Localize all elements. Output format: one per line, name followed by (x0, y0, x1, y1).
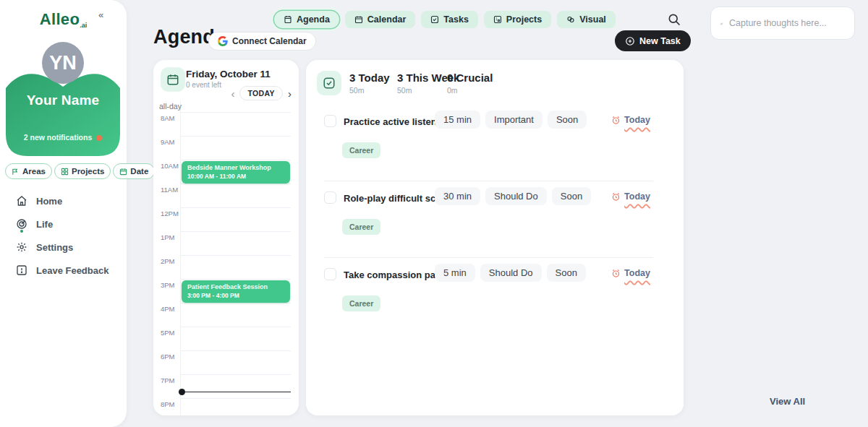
check-square-icon (323, 77, 336, 90)
tab-visual[interactable]: Visual (557, 11, 616, 28)
hour-label: 5PM (161, 329, 175, 337)
hour-label: 7PM (161, 376, 175, 384)
task-row: Practice active listening 15 min Importa… (306, 111, 684, 181)
hour-gridlines (180, 101, 291, 415)
agenda-icon (284, 15, 292, 24)
calendar-icon (354, 15, 363, 24)
task-priority-pill[interactable]: Important (485, 111, 542, 129)
hour-label: 1PM (161, 233, 175, 241)
hour-label: 9AM (161, 138, 175, 146)
task-priority-pill[interactable]: Should Do (480, 264, 542, 282)
prev-day-icon[interactable]: ‹ (231, 88, 234, 99)
stat-value: 0 Crucial (447, 72, 493, 84)
today-button[interactable]: TODAY (239, 86, 283, 100)
calendar-icon (119, 168, 127, 176)
task-when-pill[interactable]: Soon (552, 187, 591, 205)
filter-areas[interactable]: Areas (5, 163, 52, 179)
task-pills: 5 min Should Do Soon (435, 264, 586, 282)
sidebar-nav: Home Life Settings Leave Feedback (16, 189, 109, 282)
tab-tasks[interactable]: Tasks (421, 11, 478, 28)
sidebar-item-settings[interactable]: Settings (16, 236, 109, 259)
task-tag-career[interactable]: Career (342, 296, 380, 311)
task-checkbox[interactable] (324, 268, 336, 280)
projects-icon (61, 168, 69, 176)
task-when-pill[interactable]: Soon (548, 111, 587, 129)
hour-label: 12PM (161, 210, 179, 217)
event-title: Bedside Manner Workshop (187, 164, 284, 171)
all-day-label: all-day (159, 102, 182, 111)
task-duration-pill[interactable]: 15 min (435, 111, 480, 129)
task-tag-career[interactable]: Career (342, 142, 380, 158)
stat-sub: 50m (349, 86, 390, 95)
filter-date[interactable]: Date (113, 163, 155, 179)
home-icon (16, 195, 27, 207)
stat-crucial: 0 Crucial 0m (447, 72, 493, 95)
task-pills: 15 min Important Soon (435, 111, 587, 129)
filter-label: Date (130, 167, 148, 176)
hour-label: 2PM (161, 257, 175, 265)
notifications-text: 2 new notifications (24, 133, 93, 142)
life-target-icon (16, 218, 27, 230)
hour-label: 4PM (161, 305, 175, 313)
tasks-header-icon-square (317, 71, 341, 95)
view-all-link[interactable]: View All (770, 396, 805, 407)
hour-label: 8AM (161, 114, 175, 122)
tab-label: Agenda (297, 14, 330, 25)
calendar-panel: Friday, October 11 0 event left ‹ TODAY … (153, 60, 299, 415)
task-due-label: Today (624, 268, 650, 278)
calendar-nav: ‹ TODAY › (231, 86, 292, 100)
task-duration-pill[interactable]: 30 min (435, 187, 480, 205)
gear-icon (16, 241, 27, 253)
sidebar-item-label: Settings (36, 242, 73, 253)
calendar-icon (166, 73, 179, 86)
event-time: 3:00 PM - 4:00 PM (187, 292, 284, 299)
calendar-event[interactable]: Bedside Manner Workshop 10:00 AM - 11:00… (182, 161, 290, 184)
search-icon[interactable] (667, 12, 683, 28)
tab-calendar[interactable]: Calendar (345, 11, 416, 28)
hour-label: 6PM (161, 353, 175, 361)
sidebar-item-label: Leave Feedback (36, 265, 109, 276)
event-time: 10:00 AM - 11:00 AM (187, 173, 284, 180)
next-day-icon[interactable]: › (288, 88, 292, 99)
notification-dot-icon (96, 135, 102, 141)
sidebar-item-home[interactable]: Home (16, 189, 109, 212)
sidebar-item-label: Home (36, 196, 62, 207)
notifications-link[interactable]: 2 new notifications (6, 133, 120, 142)
tab-projects[interactable]: Projects (484, 11, 551, 28)
hour-label: 10AM (161, 162, 179, 170)
alarm-clock-icon (611, 192, 621, 202)
sidebar-item-life[interactable]: Life (16, 212, 109, 236)
filter-label: Areas (22, 167, 46, 176)
filter-projects[interactable]: Projects (54, 163, 111, 179)
task-when-pill[interactable]: Soon (547, 264, 586, 282)
tab-label: Projects (506, 14, 542, 25)
task-due-today[interactable]: Today (611, 115, 650, 125)
tab-label: Calendar (367, 14, 407, 25)
calendar-event[interactable]: Patient Feedback Session 3:00 PM - 4:00 … (182, 280, 290, 303)
calendar-header-icon-square (161, 67, 185, 92)
task-tag-career[interactable]: Career (342, 219, 380, 235)
tasks-icon (430, 15, 439, 24)
task-checkbox[interactable] (324, 115, 336, 127)
google-logo-icon (218, 36, 228, 46)
sidebar-item-leave-feedback[interactable]: Leave Feedback (16, 259, 109, 282)
new-task-button[interactable]: New Task (615, 30, 691, 51)
task-duration-pill[interactable]: 5 min (435, 264, 475, 282)
capture-thoughts-input[interactable] (729, 18, 846, 28)
collapse-sidebar-icon[interactable]: « (98, 9, 103, 20)
task-divider (324, 257, 653, 258)
connect-calendar-label: Connect Calendar (232, 36, 307, 46)
avatar[interactable]: YN (42, 42, 84, 84)
task-checkbox[interactable] (324, 191, 336, 204)
connect-calendar-button[interactable]: Connect Calendar (208, 32, 316, 51)
stat-value: 3 Today (349, 72, 390, 84)
task-priority-pill[interactable]: Should Do (485, 187, 547, 205)
areas-icon (12, 168, 20, 176)
task-due-today[interactable]: Today (611, 191, 650, 202)
tab-agenda[interactable]: Agenda (274, 11, 339, 28)
task-due-today[interactable]: Today (611, 268, 650, 278)
task-row: Take compassion pause 5 min Should Do So… (306, 264, 684, 334)
filter-label: Projects (72, 167, 104, 176)
visual-icon (566, 15, 575, 24)
sidebar-filters: Areas Projects Date (5, 163, 155, 179)
